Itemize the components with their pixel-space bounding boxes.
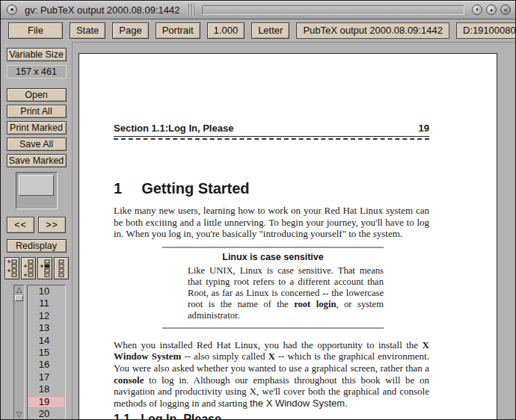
close-button[interactable]: ✕: [500, 4, 511, 15]
page-list-item[interactable]: 10: [28, 285, 65, 297]
page-list-area: △ ▽ 1011121314151617181920: [1, 285, 72, 420]
page-list-item[interactable]: 11: [28, 297, 65, 309]
media-button[interactable]: Letter: [251, 22, 289, 39]
file-menu-button[interactable]: File: [8, 22, 63, 39]
sidebar: Variable Size 157 x 461 Open Print All P…: [1, 42, 72, 420]
running-header-rule: [114, 138, 429, 140]
window-title: gv: PubTeX output 2000.08.09:1442: [22, 4, 182, 16]
document-date-field: D:191000809150353: [456, 22, 516, 39]
variable-size-button[interactable]: Variable Size: [7, 48, 67, 61]
page-list-item[interactable]: 20: [28, 408, 65, 420]
scrollbar-thumb[interactable]: [15, 295, 23, 301]
scroll-down-icon[interactable]: ▽: [16, 410, 22, 419]
page-list[interactable]: 1011121314151617181920: [27, 285, 66, 420]
orientation-button[interactable]: Portrait: [156, 22, 200, 39]
titlebar-grip[interactable]: [202, 5, 464, 15]
mark-odd-pages-button[interactable]: [4, 257, 19, 280]
running-header: Section 1.1:Log In, Please 19: [114, 123, 429, 137]
scroll-up-icon[interactable]: △: [16, 285, 22, 294]
mark-current-page-button[interactable]: [37, 257, 52, 280]
running-header-title: Section 1.1:Log In, Please: [114, 123, 233, 134]
note-body: Like UNIX, Linux is case sensitive. That…: [188, 265, 384, 321]
gv-window: ● gv: PubTeX output 2000.08.09:1442 ▼ ▲ …: [0, 0, 516, 420]
paragraph-2: When you installed Red Hat Linux, you ha…: [114, 339, 429, 410]
arrow-up-circle-icon: ▲: [489, 7, 494, 12]
mark-even-pages-button[interactable]: [21, 257, 36, 280]
sphere-icon: ●: [10, 7, 14, 13]
chapter-title: Getting Started: [141, 180, 249, 197]
document-page: Section 1.1:Log In, Please 19 1 Getting …: [79, 53, 497, 420]
page-list-item[interactable]: 14: [28, 335, 65, 347]
page-list-item[interactable]: 18: [28, 383, 65, 395]
save-all-button[interactable]: Save All: [7, 138, 67, 151]
maximize-button[interactable]: ▲: [486, 4, 497, 15]
page-list-item[interactable]: 17: [28, 371, 65, 383]
note-title: Linux is case sensitive: [162, 252, 384, 262]
arrow-down-circle-icon: ▼: [475, 7, 479, 12]
section-title: Log In, Please: [141, 413, 221, 420]
section-number: 1.1: [114, 413, 130, 420]
redisplay-button[interactable]: Redisplay: [7, 239, 67, 253]
scale-button[interactable]: 1.000: [207, 22, 245, 39]
mark-even-pages-icon: [23, 259, 34, 277]
mark-odd-pages-icon: [7, 259, 17, 277]
iconify-button[interactable]: ▼: [472, 4, 482, 15]
document-viewport[interactable]: Section 1.1:Log In, Please 19 1 Getting …: [72, 42, 515, 420]
titlebar[interactable]: ● gv: PubTeX output 2000.08.09:1442 ▼ ▲ …: [1, 1, 515, 19]
window-menu-button[interactable]: ●: [7, 4, 17, 15]
note-top-rule: [162, 247, 384, 248]
save-marked-button[interactable]: Save Marked: [7, 154, 67, 167]
page-list-item[interactable]: 19: [28, 396, 65, 408]
page-menu-button[interactable]: Page: [112, 22, 148, 39]
page-size-label: 157 x 461: [7, 65, 67, 78]
note-box: Linux is case sensitive Like UNIX, Linux…: [162, 247, 384, 329]
mark-current-page-icon: [40, 259, 50, 277]
marker-buttons: [4, 257, 69, 280]
state-menu-button[interactable]: State: [70, 22, 105, 39]
section-heading: 1.1 Log In, Please: [114, 413, 429, 420]
page-list-item[interactable]: 16: [28, 359, 65, 371]
titlebar-ridges: [187, 4, 194, 16]
chapter-number: 1: [114, 180, 122, 197]
page-locator[interactable]: [16, 172, 58, 209]
toolbar: File State Page Portrait 1.000 Letter Pu…: [1, 19, 515, 42]
note-bottom-rule: [162, 327, 384, 329]
unmark-all-button[interactable]: [54, 257, 69, 280]
page-list-scrollbar[interactable]: △ ▽: [13, 285, 25, 420]
chapter-heading: 1 Getting Started: [114, 180, 429, 197]
close-circle-icon: ✕: [503, 7, 508, 13]
print-all-button[interactable]: Print All: [7, 105, 67, 118]
document-title-field: PubTeX output 2000.08.09:1442: [296, 22, 449, 39]
open-button[interactable]: Open: [7, 88, 67, 102]
print-marked-button[interactable]: Print Marked: [7, 121, 67, 135]
next-page-button[interactable]: >>: [38, 217, 66, 233]
page-list-item[interactable]: 13: [28, 322, 65, 334]
paragraph-1: Like many new users, learning how to wor…: [114, 205, 429, 240]
page-list-item[interactable]: 15: [28, 347, 65, 359]
page-list-item[interactable]: 12: [28, 310, 65, 322]
prev-page-button[interactable]: <<: [7, 217, 34, 233]
running-header-pagenum: 19: [419, 123, 429, 134]
locator-visible-area[interactable]: [19, 175, 54, 196]
unmark-all-icon: [56, 259, 67, 277]
